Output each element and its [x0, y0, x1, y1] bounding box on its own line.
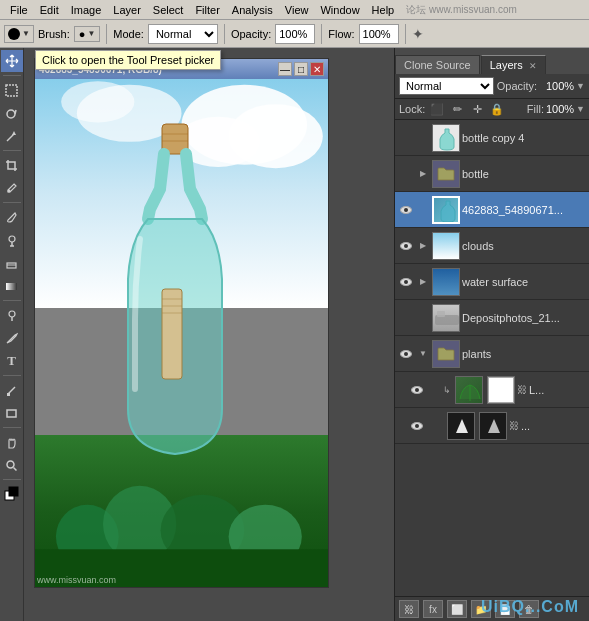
layer-item[interactable]: ▼ plants [395, 336, 589, 372]
tool-eyedropper[interactable] [1, 177, 23, 199]
doc-controls: — □ ✕ [278, 62, 324, 76]
menu-filter[interactable]: Filter [189, 2, 225, 18]
tool-rectangle[interactable] [1, 402, 23, 424]
tool-dodge[interactable] [1, 304, 23, 326]
toolbar-sep-1 [106, 24, 107, 44]
tool-crop[interactable] [1, 154, 23, 176]
layer-visibility-toggle[interactable] [398, 202, 414, 218]
layer-list[interactable]: bottle copy 4 ▶ bottle [395, 120, 589, 596]
tool-zoom[interactable] [1, 454, 23, 476]
flow-input[interactable] [359, 24, 399, 44]
layer-expand[interactable] [416, 311, 430, 325]
layer-item[interactable]: Depositphotos_21... [395, 300, 589, 336]
thumb-content [433, 125, 459, 151]
layer-visibility-toggle[interactable] [398, 238, 414, 254]
layer-thumbnail [432, 304, 460, 332]
layer-expand-arrow[interactable]: ▶ [416, 167, 430, 181]
layer-thumbnail [432, 340, 460, 368]
lock-checkerboard[interactable]: ⬛ [429, 101, 445, 117]
tool-pen[interactable] [1, 327, 23, 349]
tool-stamp[interactable] [1, 229, 23, 251]
doc-minimize[interactable]: — [278, 62, 292, 76]
layer-item[interactable]: ⛓ ... [395, 408, 589, 444]
layer-visibility-toggle[interactable] [398, 346, 414, 362]
layer-visibility-toggle[interactable] [398, 310, 414, 326]
tool-magic-wand[interactable] [1, 125, 23, 147]
opacity-label: Opacity: [497, 80, 537, 92]
menu-bar: File Edit Image Layer Select Filter Anal… [0, 0, 589, 20]
airbrush-icon[interactable]: ✦ [412, 26, 424, 42]
foreground-color[interactable] [1, 483, 23, 505]
layer-mask-button[interactable]: ⬜ [447, 600, 467, 618]
mode-dropdown[interactable]: Normal Multiply Screen [148, 24, 218, 44]
lock-brush[interactable]: ✏ [449, 101, 465, 117]
lock-move[interactable]: ✛ [469, 101, 485, 117]
svg-marker-4 [12, 131, 16, 135]
layer-link-button[interactable]: ⛓ [399, 600, 419, 618]
svg-point-1 [7, 110, 15, 118]
layer-name: 462883_54890671... [462, 204, 586, 216]
tool-path-select[interactable] [1, 379, 23, 401]
layer-expand-arrow[interactable]: ▶ [416, 275, 430, 289]
menu-edit[interactable]: Edit [34, 2, 65, 18]
layer-visibility-toggle[interactable] [409, 382, 425, 398]
tab-layers[interactable]: Layers ✕ [481, 55, 546, 74]
tool-eraser[interactable] [1, 252, 23, 274]
tool-preset-button[interactable]: ▼ [4, 25, 34, 43]
fill-arrow[interactable]: ▼ [576, 104, 585, 114]
menu-file[interactable]: File [4, 2, 34, 18]
menu-select[interactable]: Select [147, 2, 190, 18]
menu-analysis[interactable]: Analysis [226, 2, 279, 18]
doc-close[interactable]: ✕ [310, 62, 324, 76]
layer-expand[interactable] [416, 203, 430, 217]
lock-all[interactable]: 🔒 [489, 101, 505, 117]
layer-item[interactable]: 462883_54890671... [395, 192, 589, 228]
fill-label: Fill: [527, 103, 544, 115]
layer-visibility-toggle[interactable] [398, 166, 414, 182]
layer-thumbnail-mask2 [479, 412, 507, 440]
layer-expand[interactable] [427, 383, 441, 397]
toolbar-sep-2 [224, 24, 225, 44]
layer-expand[interactable] [427, 419, 441, 433]
deposit-thumb [433, 305, 460, 332]
svg-rect-12 [7, 410, 16, 417]
layer-item[interactable]: ▶ bottle [395, 156, 589, 192]
menu-help[interactable]: Help [366, 2, 401, 18]
layer-expand-arrow[interactable]: ▼ [416, 347, 430, 361]
layer-item[interactable]: ▶ water surface [395, 264, 589, 300]
tool-marquee[interactable] [1, 79, 23, 101]
left-toolbar: T [0, 48, 24, 621]
layer-visibility-toggle[interactable] [398, 274, 414, 290]
opacity-value[interactable]: 100% [539, 80, 574, 92]
layer-visibility-toggle[interactable] [409, 418, 425, 434]
layer-item[interactable]: ↳ ⛓ L... [395, 372, 589, 408]
brush-picker[interactable]: ● ▼ [74, 26, 101, 42]
plants-folder-thumb [437, 347, 455, 361]
layer-name: L... [529, 384, 586, 396]
menu-layer[interactable]: Layer [107, 2, 147, 18]
tab-clone-source[interactable]: Clone Source [395, 55, 480, 74]
tool-gradient[interactable] [1, 275, 23, 297]
tool-type[interactable]: T [1, 350, 23, 372]
menu-image[interactable]: Image [65, 2, 108, 18]
tool-brush[interactable] [1, 206, 23, 228]
doc-maximize[interactable]: □ [294, 62, 308, 76]
plants-sub1-thumb [456, 377, 483, 404]
doc-content[interactable]: www.missvuan.com [35, 79, 328, 587]
layer-expand[interactable] [416, 131, 430, 145]
opacity-arrow[interactable]: ▼ [576, 81, 585, 91]
fill-value[interactable]: 100% [546, 103, 574, 115]
layer-item[interactable]: ▶ clouds [395, 228, 589, 264]
blend-mode-dropdown[interactable]: Normal [399, 77, 494, 95]
tool-hand[interactable] [1, 431, 23, 453]
tool-lasso[interactable] [1, 102, 23, 124]
tool-move[interactable] [1, 50, 23, 72]
opacity-input[interactable] [275, 24, 315, 44]
layer-visibility-toggle[interactable] [398, 130, 414, 146]
menu-view[interactable]: View [279, 2, 315, 18]
layer-expand-arrow[interactable]: ▶ [416, 239, 430, 253]
layer-item[interactable]: bottle copy 4 [395, 120, 589, 156]
layer-fx-button[interactable]: fx [423, 600, 443, 618]
menu-window[interactable]: Window [314, 2, 365, 18]
layers-tab-close[interactable]: ✕ [529, 61, 537, 71]
